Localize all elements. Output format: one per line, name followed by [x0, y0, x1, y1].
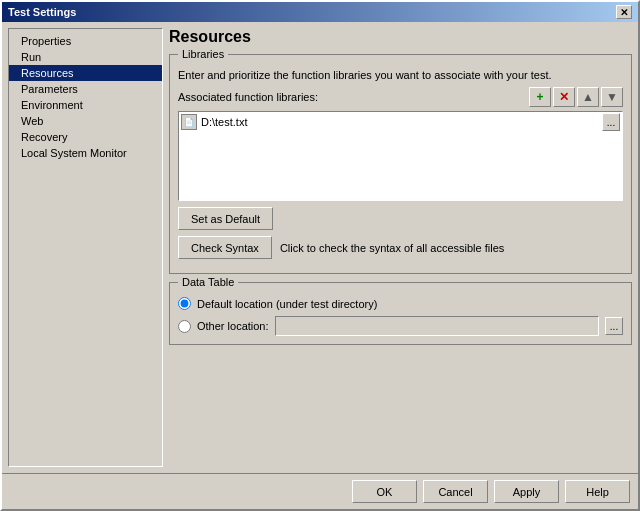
main-window: Test Settings ✕ Properties Run Resources… [0, 0, 640, 511]
file-icon: 📄 [181, 114, 197, 130]
other-location-label: Other location: [197, 320, 269, 332]
other-location-browse-button[interactable]: ... [605, 317, 623, 335]
cancel-button[interactable]: Cancel [423, 480, 488, 503]
libraries-group-label: Libraries [178, 48, 228, 60]
associated-libraries-label: Associated function libraries: [178, 91, 318, 103]
title-bar: Test Settings ✕ [2, 2, 638, 22]
move-down-button[interactable]: ▼ [601, 87, 623, 107]
content-area: Properties Run Resources Parameters Envi… [2, 22, 638, 473]
main-panel: Resources Libraries Enter and prioritize… [169, 28, 632, 467]
sidebar: Properties Run Resources Parameters Envi… [8, 28, 163, 467]
sidebar-item-environment[interactable]: Environment [9, 97, 162, 113]
sidebar-item-properties[interactable]: Properties [9, 33, 162, 49]
set-as-default-button[interactable]: Set as Default [178, 207, 273, 230]
file-list: 📄 ... [178, 111, 623, 201]
data-table-group-label: Data Table [178, 276, 238, 288]
libraries-group: Libraries Enter and prioritize the funct… [169, 54, 632, 274]
help-button[interactable]: Help [565, 480, 630, 503]
ok-button[interactable]: OK [352, 480, 417, 503]
other-location-row: Other location: ... [178, 316, 623, 336]
data-table-group: Data Table Default location (under test … [169, 282, 632, 345]
libraries-header: Associated function libraries: + ✕ ▲ ▼ [178, 87, 623, 107]
library-action-buttons: + ✕ ▲ ▼ [529, 87, 623, 107]
check-syntax-button[interactable]: Check Syntax [178, 236, 272, 259]
data-table-radio-group: Default location (under test directory) … [178, 297, 623, 336]
default-location-label: Default location (under test directory) [197, 298, 377, 310]
move-up-button[interactable]: ▲ [577, 87, 599, 107]
default-location-row: Default location (under test directory) [178, 297, 623, 310]
sidebar-item-run[interactable]: Run [9, 49, 162, 65]
other-location-radio[interactable] [178, 320, 191, 333]
close-button[interactable]: ✕ [616, 5, 632, 19]
window-title: Test Settings [8, 6, 76, 18]
default-location-radio[interactable] [178, 297, 191, 310]
remove-library-button[interactable]: ✕ [553, 87, 575, 107]
other-location-input[interactable] [275, 316, 599, 336]
file-name-input[interactable] [201, 116, 602, 128]
sidebar-item-parameters[interactable]: Parameters [9, 81, 162, 97]
bottom-bar: OK Cancel Apply Help [2, 473, 638, 509]
file-browse-button[interactable]: ... [602, 113, 620, 131]
check-syntax-description: Click to check the syntax of all accessi… [280, 242, 504, 254]
sidebar-item-recovery[interactable]: Recovery [9, 129, 162, 145]
sidebar-item-local-system-monitor[interactable]: Local System Monitor [9, 145, 162, 161]
file-row: 📄 ... [179, 112, 622, 132]
libraries-description: Enter and prioritize the function librar… [178, 69, 623, 81]
library-action-row: Set as Default [178, 207, 623, 230]
check-syntax-row: Check Syntax Click to check the syntax o… [178, 236, 623, 259]
sidebar-item-resources[interactable]: Resources [9, 65, 162, 81]
sidebar-item-web[interactable]: Web [9, 113, 162, 129]
add-library-button[interactable]: + [529, 87, 551, 107]
panel-title: Resources [169, 28, 632, 46]
apply-button[interactable]: Apply [494, 480, 559, 503]
